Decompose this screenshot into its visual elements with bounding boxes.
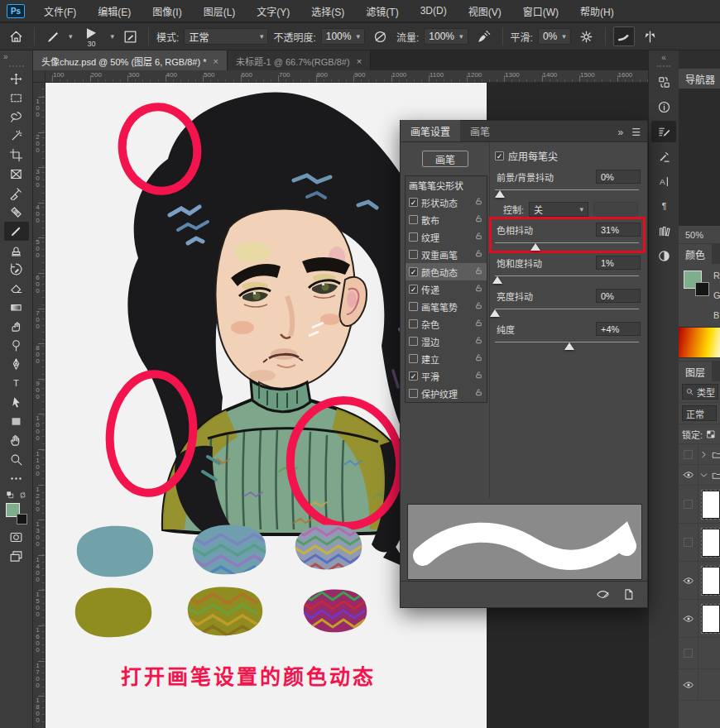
option-checkbox[interactable] (409, 354, 418, 363)
quick-mask-icon[interactable] (4, 528, 29, 547)
flow-dropdown[interactable]: 100%▾ (424, 28, 468, 45)
app-logo-icon[interactable]: Ps (7, 4, 25, 18)
panel-menu-icon[interactable]: ☰ (631, 127, 641, 138)
brush-option-2[interactable]: 散布 (406, 211, 487, 228)
slider-thumb[interactable] (530, 243, 540, 251)
vertical-ruler[interactable]: 1002003004005006007008009001000110012001… (33, 83, 46, 728)
blend-mode-dropdown[interactable]: 正常 (682, 405, 717, 421)
background-color-swatch[interactable] (695, 282, 709, 296)
brush-option-0[interactable]: 画笔笔尖形状 (406, 176, 487, 194)
brush-tool-preset-icon[interactable] (42, 26, 64, 46)
brush-option-3[interactable]: 纹理 (406, 228, 487, 246)
fg-bg-jitter-slider[interactable] (495, 187, 639, 197)
tool-smudge-icon[interactable] (4, 317, 29, 336)
panel-collapse-icon[interactable]: » (618, 127, 624, 138)
tool-dodge-icon[interactable] (4, 336, 29, 355)
lock-open-icon[interactable] (474, 266, 483, 277)
tool-eraser-icon[interactable] (4, 279, 29, 298)
option-checkbox[interactable]: ✓ (409, 198, 418, 207)
brush-settings-panel-icon[interactable] (651, 121, 676, 142)
info-panel-icon[interactable] (651, 96, 676, 117)
drag-handle[interactable] (657, 65, 670, 67)
paragraph-panel-icon[interactable]: ¶ (651, 195, 676, 217)
eye-icon[interactable] (679, 669, 698, 700)
slider-thumb[interactable] (492, 276, 502, 284)
menu-item-6[interactable]: 滤镜(T) (355, 0, 409, 22)
brush-option-7[interactable]: 画笔笔势 (406, 298, 487, 315)
layer-row-4[interactable] (679, 562, 720, 600)
eye-icon[interactable] (679, 465, 698, 485)
option-checkbox[interactable] (409, 389, 418, 398)
tab-color[interactable]: 颜色 (679, 244, 712, 264)
slider-value[interactable]: 0% (596, 289, 641, 303)
toggle-brush-panel-icon[interactable] (119, 26, 141, 46)
layer-thumbnail[interactable] (702, 567, 720, 595)
tool-marquee-icon[interactable] (4, 89, 29, 108)
brushes-button[interactable]: 画笔 (422, 151, 468, 167)
lock-open-icon[interactable] (474, 388, 483, 399)
tool-clone-stamp-icon[interactable] (4, 241, 29, 260)
tool-gradient-icon[interactable] (4, 298, 29, 317)
live-tip-preview-icon[interactable] (596, 587, 610, 601)
lock-open-icon[interactable] (474, 371, 483, 381)
tool-magic-wand-icon[interactable] (4, 127, 29, 146)
lock-open-icon[interactable] (474, 318, 483, 329)
lock-transparency-icon[interactable] (706, 429, 716, 439)
pressure-size-icon[interactable] (613, 26, 635, 46)
new-brush-icon[interactable] (622, 587, 636, 601)
tool-healing-brush-icon[interactable] (4, 203, 29, 222)
tool-brush-icon[interactable] (4, 222, 29, 241)
home-icon[interactable] (5, 26, 26, 46)
tool-pen-icon[interactable] (4, 355, 29, 374)
option-checkbox[interactable] (409, 250, 418, 259)
layer-row-5[interactable] (679, 600, 720, 638)
layer-row-2[interactable] (679, 486, 720, 524)
lock-open-icon[interactable] (474, 249, 483, 260)
libraries-panel-icon[interactable] (651, 220, 676, 242)
slider-thumb[interactable] (564, 342, 574, 350)
brush-option-8[interactable]: 杂色 (406, 315, 487, 333)
menu-item-2[interactable]: 图像(I) (142, 0, 192, 22)
fg-bg-jitter-value[interactable]: 0% (596, 170, 641, 184)
brush-option-6[interactable]: ✓传递 (406, 280, 487, 298)
navigator-zoom-value[interactable]: 50% (679, 226, 720, 244)
tab-close-icon[interactable]: × (357, 56, 362, 66)
toolbar-collapse-icon[interactable]: » (0, 50, 32, 64)
slider-thumb[interactable] (490, 309, 500, 317)
brush-option-4[interactable]: 双重画笔 (406, 246, 487, 263)
color-ramp[interactable] (679, 327, 720, 358)
eye-toggle-empty[interactable] (679, 524, 698, 561)
slider-track[interactable] (495, 240, 639, 250)
opacity-dropdown[interactable]: 100%▾ (321, 28, 365, 45)
control-dropdown[interactable]: 关▾ (529, 202, 588, 217)
menu-item-8[interactable]: 视图(V) (458, 0, 512, 22)
brush-preset-picker[interactable]: 30 (78, 26, 106, 47)
tool-eyedropper-icon[interactable] (4, 184, 29, 203)
menu-item-9[interactable]: 窗口(W) (512, 0, 569, 22)
eye-icon[interactable] (679, 562, 698, 599)
lock-open-icon[interactable] (474, 197, 483, 208)
eye-icon[interactable] (679, 600, 698, 637)
slider-track[interactable] (495, 339, 639, 349)
swap-colors-icon[interactable] (6, 490, 27, 500)
tool-path-select-icon[interactable] (4, 393, 29, 412)
option-checkbox[interactable]: ✓ (409, 267, 418, 276)
layer-thumbnail[interactable] (702, 491, 720, 519)
slider-value[interactable]: +4% (596, 322, 641, 336)
menu-item-0[interactable]: 文件(F) (33, 0, 87, 22)
character-panel-icon[interactable]: A (651, 170, 676, 192)
pressure-opacity-icon[interactable] (370, 26, 391, 46)
brush-option-10[interactable]: 建立 (406, 350, 487, 367)
layer-filter-dropdown[interactable]: 类型 (682, 384, 718, 400)
layer-thumbnail[interactable] (702, 605, 720, 633)
eye-toggle-empty[interactable] (679, 486, 698, 523)
lock-open-icon[interactable] (474, 301, 483, 312)
menu-item-5[interactable]: 选择(S) (300, 0, 355, 22)
option-checkbox[interactable] (409, 302, 418, 311)
airbrush-icon[interactable] (473, 26, 495, 46)
menu-item-7[interactable]: 3D(D) (410, 0, 458, 22)
slider-track[interactable] (495, 273, 639, 283)
tab-navigator[interactable]: 导航器 (679, 69, 720, 89)
mode-dropdown[interactable]: 正常▾ (184, 28, 268, 45)
tool-rectangle-icon[interactable] (4, 412, 29, 431)
